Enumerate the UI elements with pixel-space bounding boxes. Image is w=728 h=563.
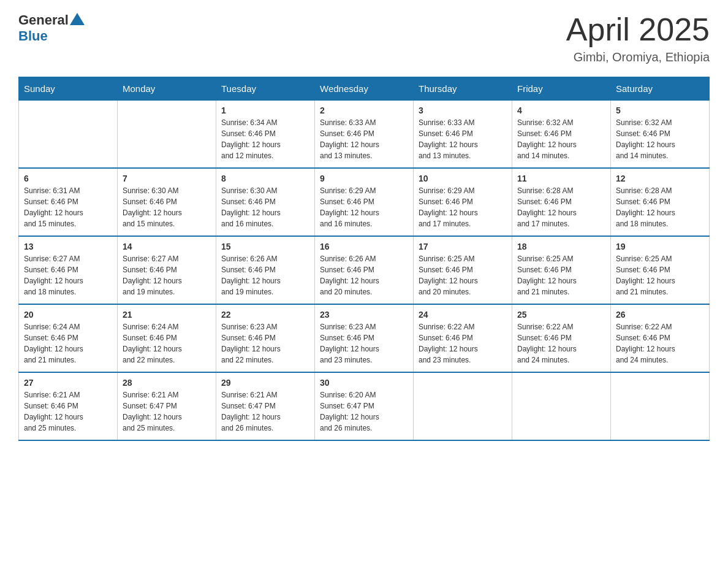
day-info: Sunrise: 6:24 AM Sunset: 6:46 PM Dayligh… xyxy=(24,321,112,366)
day-number: 28 xyxy=(123,378,211,388)
day-info: Sunrise: 6:29 AM Sunset: 6:46 PM Dayligh… xyxy=(320,185,408,229)
month-title: April 2025 xyxy=(566,12,710,47)
day-number: 3 xyxy=(419,105,507,115)
day-number: 21 xyxy=(123,310,211,320)
day-number: 14 xyxy=(123,242,211,251)
day-number: 4 xyxy=(517,105,605,115)
day-of-week-header: Tuesday xyxy=(216,77,315,101)
day-info: Sunrise: 6:24 AM Sunset: 6:46 PM Dayligh… xyxy=(123,321,211,366)
day-number: 7 xyxy=(123,174,211,183)
day-info: Sunrise: 6:34 AM Sunset: 6:46 PM Dayligh… xyxy=(221,117,309,161)
day-number: 27 xyxy=(24,378,112,388)
calendar-cell: 17Sunrise: 6:25 AM Sunset: 6:46 PM Dayli… xyxy=(414,236,512,304)
calendar-cell: 10Sunrise: 6:29 AM Sunset: 6:46 PM Dayli… xyxy=(414,168,512,236)
day-number: 9 xyxy=(320,174,408,183)
day-number: 2 xyxy=(320,105,408,115)
day-info: Sunrise: 6:32 AM Sunset: 6:46 PM Dayligh… xyxy=(517,117,605,161)
calendar-cell: 15Sunrise: 6:26 AM Sunset: 6:46 PM Dayli… xyxy=(216,236,315,304)
calendar-cell xyxy=(611,372,710,440)
calendar-cell xyxy=(19,101,118,169)
day-info: Sunrise: 6:27 AM Sunset: 6:46 PM Dayligh… xyxy=(24,253,112,297)
calendar-cell: 24Sunrise: 6:22 AM Sunset: 6:46 PM Dayli… xyxy=(414,304,512,372)
calendar-cell: 20Sunrise: 6:24 AM Sunset: 6:46 PM Dayli… xyxy=(19,304,118,372)
day-info: Sunrise: 6:22 AM Sunset: 6:46 PM Dayligh… xyxy=(517,321,605,366)
calendar-cell: 9Sunrise: 6:29 AM Sunset: 6:46 PM Daylig… xyxy=(315,168,414,236)
calendar-cell: 28Sunrise: 6:21 AM Sunset: 6:47 PM Dayli… xyxy=(118,372,216,440)
calendar-week-row: 6Sunrise: 6:31 AM Sunset: 6:46 PM Daylig… xyxy=(19,168,710,236)
calendar-week-row: 27Sunrise: 6:21 AM Sunset: 6:46 PM Dayli… xyxy=(19,372,710,440)
calendar-cell: 12Sunrise: 6:28 AM Sunset: 6:46 PM Dayli… xyxy=(611,168,710,236)
day-number: 11 xyxy=(517,174,605,183)
day-info: Sunrise: 6:32 AM Sunset: 6:46 PM Dayligh… xyxy=(616,117,704,161)
day-info: Sunrise: 6:29 AM Sunset: 6:46 PM Dayligh… xyxy=(419,185,507,229)
location-title: Gimbi, Oromiya, Ethiopia xyxy=(566,50,710,64)
day-info: Sunrise: 6:30 AM Sunset: 6:46 PM Dayligh… xyxy=(221,185,309,229)
calendar-cell: 1Sunrise: 6:34 AM Sunset: 6:46 PM Daylig… xyxy=(216,101,315,169)
day-number: 6 xyxy=(24,174,112,183)
logo-triangle-icon xyxy=(70,13,85,25)
header: General Blue April 2025 Gimbi, Oromiya, … xyxy=(18,12,710,64)
logo: General Blue xyxy=(18,12,86,44)
calendar-cell: 18Sunrise: 6:25 AM Sunset: 6:46 PM Dayli… xyxy=(512,236,611,304)
day-number: 20 xyxy=(24,310,112,320)
calendar-cell: 13Sunrise: 6:27 AM Sunset: 6:46 PM Dayli… xyxy=(19,236,118,304)
calendar-cell xyxy=(512,372,611,440)
calendar-cell: 4Sunrise: 6:32 AM Sunset: 6:46 PM Daylig… xyxy=(512,101,611,169)
day-number: 5 xyxy=(616,105,704,115)
calendar-cell: 14Sunrise: 6:27 AM Sunset: 6:46 PM Dayli… xyxy=(118,236,216,304)
calendar-cell: 29Sunrise: 6:21 AM Sunset: 6:47 PM Dayli… xyxy=(216,372,315,440)
calendar-cell: 25Sunrise: 6:22 AM Sunset: 6:46 PM Dayli… xyxy=(512,304,611,372)
day-of-week-header: Thursday xyxy=(414,77,512,101)
day-info: Sunrise: 6:25 AM Sunset: 6:46 PM Dayligh… xyxy=(616,253,704,297)
day-info: Sunrise: 6:21 AM Sunset: 6:47 PM Dayligh… xyxy=(123,389,211,434)
day-number: 16 xyxy=(320,242,408,251)
day-of-week-header: Sunday xyxy=(19,77,118,101)
day-info: Sunrise: 6:28 AM Sunset: 6:46 PM Dayligh… xyxy=(616,185,704,229)
days-header-row: SundayMondayTuesdayWednesdayThursdayFrid… xyxy=(19,77,710,101)
day-info: Sunrise: 6:33 AM Sunset: 6:46 PM Dayligh… xyxy=(320,117,408,161)
calendar-cell: 19Sunrise: 6:25 AM Sunset: 6:46 PM Dayli… xyxy=(611,236,710,304)
day-info: Sunrise: 6:28 AM Sunset: 6:46 PM Dayligh… xyxy=(517,185,605,229)
calendar-cell: 30Sunrise: 6:20 AM Sunset: 6:47 PM Dayli… xyxy=(315,372,414,440)
day-info: Sunrise: 6:27 AM Sunset: 6:46 PM Dayligh… xyxy=(123,253,211,297)
day-number: 19 xyxy=(616,242,704,251)
day-info: Sunrise: 6:21 AM Sunset: 6:46 PM Dayligh… xyxy=(24,389,112,434)
day-info: Sunrise: 6:23 AM Sunset: 6:46 PM Dayligh… xyxy=(221,321,309,366)
logo-blue-text: Blue xyxy=(18,28,48,44)
calendar-cell: 23Sunrise: 6:23 AM Sunset: 6:46 PM Dayli… xyxy=(315,304,414,372)
day-of-week-header: Friday xyxy=(512,77,611,101)
day-info: Sunrise: 6:23 AM Sunset: 6:46 PM Dayligh… xyxy=(320,321,408,366)
day-info: Sunrise: 6:33 AM Sunset: 6:46 PM Dayligh… xyxy=(419,117,507,161)
day-of-week-header: Saturday xyxy=(611,77,710,101)
calendar-cell: 7Sunrise: 6:30 AM Sunset: 6:46 PM Daylig… xyxy=(118,168,216,236)
day-info: Sunrise: 6:20 AM Sunset: 6:47 PM Dayligh… xyxy=(320,389,408,434)
day-number: 25 xyxy=(517,310,605,320)
calendar-cell: 6Sunrise: 6:31 AM Sunset: 6:46 PM Daylig… xyxy=(19,168,118,236)
logo-general-text: General xyxy=(18,12,69,28)
day-number: 10 xyxy=(419,174,507,183)
day-info: Sunrise: 6:31 AM Sunset: 6:46 PM Dayligh… xyxy=(24,185,112,229)
calendar-cell: 16Sunrise: 6:26 AM Sunset: 6:46 PM Dayli… xyxy=(315,236,414,304)
calendar-table: SundayMondayTuesdayWednesdayThursdayFrid… xyxy=(18,77,710,441)
calendar-cell: 8Sunrise: 6:30 AM Sunset: 6:46 PM Daylig… xyxy=(216,168,315,236)
day-info: Sunrise: 6:26 AM Sunset: 6:46 PM Dayligh… xyxy=(320,253,408,297)
day-number: 29 xyxy=(221,378,309,388)
calendar-cell: 5Sunrise: 6:32 AM Sunset: 6:46 PM Daylig… xyxy=(611,101,710,169)
day-number: 13 xyxy=(24,242,112,251)
calendar-cell: 26Sunrise: 6:22 AM Sunset: 6:46 PM Dayli… xyxy=(611,304,710,372)
calendar-cell xyxy=(414,372,512,440)
day-number: 18 xyxy=(517,242,605,251)
day-info: Sunrise: 6:22 AM Sunset: 6:46 PM Dayligh… xyxy=(419,321,507,366)
calendar-cell: 22Sunrise: 6:23 AM Sunset: 6:46 PM Dayli… xyxy=(216,304,315,372)
day-of-week-header: Monday xyxy=(118,77,216,101)
calendar-cell: 3Sunrise: 6:33 AM Sunset: 6:46 PM Daylig… xyxy=(414,101,512,169)
day-number: 12 xyxy=(616,174,704,183)
day-info: Sunrise: 6:30 AM Sunset: 6:46 PM Dayligh… xyxy=(123,185,211,229)
day-info: Sunrise: 6:25 AM Sunset: 6:46 PM Dayligh… xyxy=(517,253,605,297)
day-info: Sunrise: 6:21 AM Sunset: 6:47 PM Dayligh… xyxy=(221,389,309,434)
day-number: 1 xyxy=(221,105,309,115)
calendar-week-row: 13Sunrise: 6:27 AM Sunset: 6:46 PM Dayli… xyxy=(19,236,710,304)
day-number: 26 xyxy=(616,310,704,320)
day-number: 22 xyxy=(221,310,309,320)
calendar-cell: 27Sunrise: 6:21 AM Sunset: 6:46 PM Dayli… xyxy=(19,372,118,440)
